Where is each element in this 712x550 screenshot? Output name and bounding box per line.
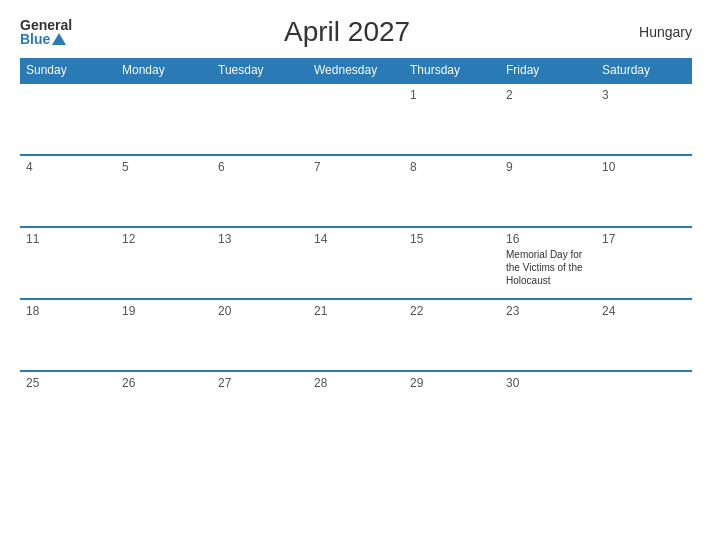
calendar-cell: 15 — [404, 227, 500, 299]
day-number: 9 — [506, 160, 590, 174]
calendar-cell: 28 — [308, 371, 404, 443]
day-number: 28 — [314, 376, 398, 390]
calendar-cell: 1 — [404, 83, 500, 155]
day-number: 7 — [314, 160, 398, 174]
calendar-cell: 10 — [596, 155, 692, 227]
calendar-cell: 16Memorial Day for the Victims of the Ho… — [500, 227, 596, 299]
day-number: 8 — [410, 160, 494, 174]
logo-general-text: General — [20, 18, 72, 32]
col-friday: Friday — [500, 58, 596, 83]
day-number: 19 — [122, 304, 206, 318]
calendar-body: 12345678910111213141516Memorial Day for … — [20, 83, 692, 443]
logo-triangle-icon — [52, 33, 66, 45]
day-number: 6 — [218, 160, 302, 174]
day-number: 2 — [506, 88, 590, 102]
day-number: 12 — [122, 232, 206, 246]
calendar-week-row: 18192021222324 — [20, 299, 692, 371]
calendar-cell: 18 — [20, 299, 116, 371]
calendar-cell: 3 — [596, 83, 692, 155]
calendar-cell — [596, 371, 692, 443]
day-number: 27 — [218, 376, 302, 390]
day-number: 17 — [602, 232, 686, 246]
calendar-cell: 26 — [116, 371, 212, 443]
calendar-week-row: 45678910 — [20, 155, 692, 227]
day-number: 18 — [26, 304, 110, 318]
calendar-cell: 14 — [308, 227, 404, 299]
day-number: 1 — [410, 88, 494, 102]
calendar-cell: 21 — [308, 299, 404, 371]
day-number: 4 — [26, 160, 110, 174]
country-label: Hungary — [622, 24, 692, 40]
calendar-cell: 17 — [596, 227, 692, 299]
calendar-cell — [308, 83, 404, 155]
calendar-cell: 25 — [20, 371, 116, 443]
calendar-cell: 6 — [212, 155, 308, 227]
day-number: 3 — [602, 88, 686, 102]
col-saturday: Saturday — [596, 58, 692, 83]
col-monday: Monday — [116, 58, 212, 83]
day-number: 24 — [602, 304, 686, 318]
calendar-header-row: Sunday Monday Tuesday Wednesday Thursday… — [20, 58, 692, 83]
day-number: 13 — [218, 232, 302, 246]
calendar-cell: 27 — [212, 371, 308, 443]
event-text: Memorial Day for the Victims of the Holo… — [506, 248, 590, 287]
day-number: 30 — [506, 376, 590, 390]
calendar-cell: 24 — [596, 299, 692, 371]
calendar-cell: 29 — [404, 371, 500, 443]
calendar-title: April 2027 — [72, 16, 622, 48]
calendar-cell: 7 — [308, 155, 404, 227]
calendar-week-row: 123 — [20, 83, 692, 155]
calendar-cell: 30 — [500, 371, 596, 443]
day-number: 26 — [122, 376, 206, 390]
day-number: 14 — [314, 232, 398, 246]
logo: General Blue — [20, 18, 72, 46]
calendar-cell: 4 — [20, 155, 116, 227]
calendar-cell: 11 — [20, 227, 116, 299]
calendar-cell: 12 — [116, 227, 212, 299]
day-number: 5 — [122, 160, 206, 174]
calendar-cell — [116, 83, 212, 155]
calendar-cell: 22 — [404, 299, 500, 371]
calendar-cell: 20 — [212, 299, 308, 371]
header: General Blue April 2027 Hungary — [20, 16, 692, 48]
calendar-cell: 19 — [116, 299, 212, 371]
day-number: 10 — [602, 160, 686, 174]
day-number: 25 — [26, 376, 110, 390]
calendar-cell: 2 — [500, 83, 596, 155]
day-number: 22 — [410, 304, 494, 318]
day-number: 11 — [26, 232, 110, 246]
day-number: 20 — [218, 304, 302, 318]
calendar-page: General Blue April 2027 Hungary Sunday M… — [0, 0, 712, 550]
col-tuesday: Tuesday — [212, 58, 308, 83]
col-sunday: Sunday — [20, 58, 116, 83]
logo-blue-text: Blue — [20, 32, 72, 46]
calendar-cell: 13 — [212, 227, 308, 299]
calendar-week-row: 252627282930 — [20, 371, 692, 443]
col-wednesday: Wednesday — [308, 58, 404, 83]
calendar-cell: 5 — [116, 155, 212, 227]
calendar-cell — [212, 83, 308, 155]
calendar-cell: 9 — [500, 155, 596, 227]
calendar-week-row: 111213141516Memorial Day for the Victims… — [20, 227, 692, 299]
calendar-table: Sunday Monday Tuesday Wednesday Thursday… — [20, 58, 692, 443]
day-number: 15 — [410, 232, 494, 246]
day-number: 29 — [410, 376, 494, 390]
col-thursday: Thursday — [404, 58, 500, 83]
day-number: 16 — [506, 232, 590, 246]
day-number: 23 — [506, 304, 590, 318]
calendar-cell: 23 — [500, 299, 596, 371]
day-number: 21 — [314, 304, 398, 318]
calendar-cell: 8 — [404, 155, 500, 227]
calendar-cell — [20, 83, 116, 155]
